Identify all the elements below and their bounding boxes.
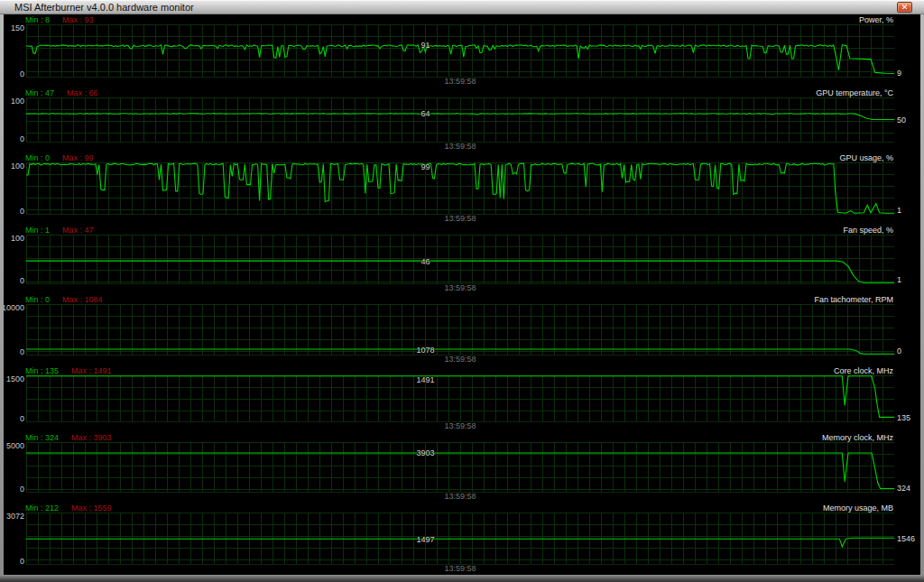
time-axis-label: 13:59:58 bbox=[26, 492, 894, 501]
panel-memory-clock: Min : 324Max : 3903 Memory clock, MHz 50… bbox=[4, 432, 920, 503]
graph-mid-value: 91 bbox=[421, 41, 430, 50]
panel-caption-row: Min : 135Max : 1491 Core clock, MHz bbox=[4, 365, 920, 375]
min-value-label: Min : 0 bbox=[25, 295, 50, 304]
panel-power: Min : 8Max : 93 Power, % 150 0 91 9 13:5… bbox=[4, 14, 920, 88]
y-axis: 3072 0 bbox=[4, 513, 26, 565]
minmax-labels: Min : 324Max : 3903 bbox=[25, 433, 112, 442]
max-value-label: Max : 1559 bbox=[71, 503, 112, 513]
y-axis: 1500 0 bbox=[4, 375, 26, 422]
panel-caption-row: Min : 0Max : 1084 Fan tachometer, RPM bbox=[4, 294, 920, 304]
panel-memory-usage: Min : 212Max : 1559 Memory usage, MB 307… bbox=[4, 503, 920, 575]
panel-caption: Fan tachometer, RPM bbox=[814, 295, 893, 304]
graph-line bbox=[26, 45, 894, 74]
time-axis-label: 13:59:58 bbox=[26, 142, 894, 151]
graph-plot[interactable]: 1497 bbox=[26, 513, 894, 565]
min-value-label: Min : 212 bbox=[25, 503, 59, 513]
panel-fan-speed: Min : 1Max : 47 Fan speed, % 100 0 46 1 … bbox=[4, 225, 920, 294]
y-axis-max-label: 5000 bbox=[6, 441, 24, 450]
graph-plot[interactable]: 91 bbox=[26, 24, 894, 78]
graph-plot[interactable]: 3903 bbox=[26, 442, 894, 493]
max-value-label: Max : 1084 bbox=[62, 295, 103, 304]
y-axis: 5000 0 bbox=[4, 442, 26, 493]
graph-plot[interactable]: 1078 bbox=[26, 304, 894, 356]
window-border-bottom bbox=[0, 575, 924, 582]
title-bar[interactable]: MSI Afterburner v4.0.0 hardware monitor … bbox=[0, 0, 924, 14]
panel-caption-row: Min : 1Max : 47 Fan speed, % bbox=[4, 225, 920, 235]
graph-mid-value: 64 bbox=[421, 109, 430, 118]
current-value-column: 9 bbox=[894, 24, 920, 78]
graph-line bbox=[26, 376, 894, 418]
current-value-label: 1 bbox=[897, 275, 901, 284]
minmax-labels: Min : 1Max : 47 bbox=[25, 226, 94, 235]
time-axis-label: 13:59:58 bbox=[26, 421, 894, 430]
panel-fan-tachometer: Min : 0Max : 1084 Fan tachometer, RPM 10… bbox=[4, 294, 920, 365]
min-value-label: Min : 8 bbox=[25, 15, 50, 24]
min-value-label: Min : 0 bbox=[25, 153, 50, 162]
y-axis-max-label: 100 bbox=[11, 162, 24, 171]
current-value-label: 135 bbox=[897, 413, 910, 422]
panel-core-clock: Min : 135Max : 1491 Core clock, MHz 1500… bbox=[4, 365, 920, 432]
panel-caption: Memory usage, MB bbox=[823, 503, 893, 513]
current-value-column: 1 bbox=[894, 235, 920, 284]
current-value-label: 50 bbox=[897, 115, 906, 125]
min-value-label: Min : 135 bbox=[25, 366, 59, 375]
minmax-labels: Min : 8Max : 93 bbox=[25, 15, 94, 24]
time-axis-row: 13:59:58 bbox=[4, 356, 920, 365]
window-border-right bbox=[920, 14, 924, 575]
max-value-label: Max : 93 bbox=[62, 15, 94, 24]
graph-plot[interactable]: 46 bbox=[26, 235, 894, 284]
window-title: MSI Afterburner v4.0.0 hardware monitor bbox=[0, 0, 194, 14]
panel-caption: Memory clock, MHz bbox=[822, 433, 893, 442]
current-value-label: 1546 bbox=[897, 534, 915, 543]
panel-caption: Core clock, MHz bbox=[834, 366, 893, 375]
max-value-label: Max : 66 bbox=[67, 88, 98, 97]
graph-mid-value: 46 bbox=[421, 257, 430, 266]
time-axis-label: 13:59:58 bbox=[26, 564, 894, 573]
y-axis: 100 0 bbox=[4, 235, 26, 284]
max-value-label: Max : 99 bbox=[62, 153, 94, 162]
y-axis: 150 0 bbox=[4, 24, 26, 78]
panel-gpu-usage: Min : 0Max : 99 GPU usage, % 100 0 99 1 … bbox=[4, 152, 920, 225]
time-axis-label: 13:59:58 bbox=[26, 283, 894, 292]
y-axis-max-label: 1500 bbox=[6, 374, 24, 383]
graph-plot[interactable]: 1491 bbox=[26, 375, 894, 422]
time-axis-label: 13:59:58 bbox=[26, 77, 894, 86]
graph-mid-value: 99 bbox=[421, 162, 430, 171]
current-value-label: 9 bbox=[897, 69, 901, 78]
monitor-content: Min : 8Max : 93 Power, % 150 0 91 9 13:5… bbox=[4, 14, 920, 575]
y-axis-max-label: 100 bbox=[11, 234, 24, 243]
graph-mid-value: 1497 bbox=[417, 535, 435, 544]
current-value-label: 324 bbox=[897, 484, 910, 493]
time-axis-row: 13:59:58 bbox=[4, 493, 920, 503]
minmax-labels: Min : 0Max : 1084 bbox=[25, 295, 103, 304]
y-axis: 100 0 bbox=[4, 162, 26, 215]
graph-mid-value: 1491 bbox=[417, 375, 435, 384]
graph-line bbox=[26, 349, 894, 354]
graph-plot[interactable]: 99 bbox=[26, 162, 894, 215]
graph-line bbox=[26, 261, 894, 282]
min-value-label: Min : 324 bbox=[25, 433, 59, 442]
close-button[interactable]: ✕ bbox=[897, 2, 912, 13]
time-axis-row: 13:59:58 bbox=[4, 422, 920, 432]
min-value-label: Min : 47 bbox=[25, 88, 54, 97]
y-axis-max-label: 100 bbox=[11, 97, 24, 106]
max-value-label: Max : 47 bbox=[62, 226, 94, 235]
current-value-column: 324 bbox=[894, 442, 920, 493]
minmax-labels: Min : 212Max : 1559 bbox=[25, 503, 112, 513]
panel-gpu-temperature: Min : 47Max : 66 GPU temperature, °C 100… bbox=[4, 88, 920, 152]
y-axis-max-label: 3072 bbox=[6, 512, 24, 521]
time-axis-row: 13:59:58 bbox=[4, 565, 920, 575]
time-axis-label: 13:59:58 bbox=[26, 214, 894, 223]
current-value-label: 0 bbox=[897, 346, 901, 356]
minmax-labels: Min : 0Max : 99 bbox=[25, 153, 94, 162]
min-value-label: Min : 1 bbox=[25, 226, 50, 235]
graph-mid-value: 1078 bbox=[417, 346, 435, 355]
graph-plot[interactable]: 64 bbox=[26, 97, 894, 143]
time-axis-row: 13:59:58 bbox=[4, 143, 920, 152]
current-value-label: 1 bbox=[897, 206, 901, 215]
time-axis-row: 13:59:58 bbox=[4, 78, 920, 88]
panel-caption: GPU usage, % bbox=[839, 153, 893, 162]
time-axis-label: 13:59:58 bbox=[26, 355, 894, 364]
y-axis: 100 0 bbox=[4, 97, 26, 143]
graph-line bbox=[26, 453, 894, 488]
